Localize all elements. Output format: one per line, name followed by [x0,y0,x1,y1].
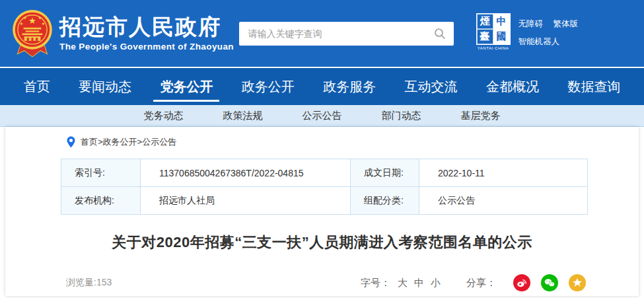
search-button[interactable] [426,22,454,46]
site-header: ★ ★ ★ ★ ★ 招远市人民政府 The People's Governmen… [0,0,644,68]
seal-char: 中 [493,14,510,29]
nav-item-city-overview[interactable]: 金都概况 [482,68,543,105]
breadcrumb-trail[interactable]: 首页>政务公开>公示公告 [81,136,176,148]
main-nav: 首页 要闻动态 党务公开 政务公开 政务服务 互动交流 金都概况 数据查询 [0,68,644,105]
meta-value-issuing-agency: 招远市人社局 [141,187,351,215]
yantai-china-seal: 煙 中 臺 國 [476,13,511,45]
breadcrumb: 首页>政务公开>公示公告 [66,136,639,148]
wechat-icon[interactable] [541,274,558,291]
article-meta-row: 浏览量:153 字号： 大 中 小 分享： [66,274,586,291]
search-box [239,22,454,46]
meta-value-category: 公示公告 [419,187,588,215]
meta-label-category: 组配分类: [351,187,419,215]
meta-label-index-number: 索引号: [61,159,141,187]
view-count: 浏览量:153 [66,277,112,289]
subnav-item-party-news[interactable]: 党务动态 [144,110,184,122]
font-size-medium[interactable]: 中 [414,277,424,289]
document-meta-table: 索引号: 11370685004267386T/2022-04815 成文日期:… [61,159,588,215]
site-subtitle: The People's Government of Zhaoyuan [59,42,234,52]
qzone-icon[interactable] [569,274,586,291]
subnav-item-department-news[interactable]: 部门动态 [382,110,421,122]
table-row: 索引号: 11370685004267386T/2022-04815 成文日期:… [61,159,588,187]
font-size-large[interactable]: 大 [398,277,408,289]
meta-value-issue-date: 2022-10-11 [419,159,588,187]
svg-text:★: ★ [38,15,42,20]
national-emblem-icon: ★ ★ ★ ★ ★ [12,9,53,58]
article-toolbar: 字号： 大 中 小 分享： [361,274,586,291]
seal-caption: YANTAI·CHINA [476,46,511,50]
weibo-icon[interactable] [513,274,530,291]
quick-links: 无障碍 繁体版 智能机器人 [519,13,578,54]
site-title: 招远市人民政府 [59,15,234,39]
traditional-version-link[interactable]: 繁体版 [554,19,579,28]
svg-text:★: ★ [23,15,27,20]
nav-item-interaction[interactable]: 互动交流 [401,68,462,105]
svg-text:★: ★ [20,20,24,25]
nav-item-party-affairs[interactable]: 党务公开 [156,68,217,105]
meta-label-issuing-agency: 发布机构: [61,187,141,215]
accessibility-link[interactable]: 无障碍 [519,19,544,28]
header-right: 煙 中 臺 國 YANTAI·CHINA 无障碍 繁体版 智能机器人 [476,13,578,54]
font-size-label: 字号： [361,277,390,289]
meta-value-index-number: 11370685004267386T/2022-04815 [141,159,351,187]
font-size-small[interactable]: 小 [431,277,441,289]
svg-text:★: ★ [42,20,46,25]
smart-robot-link[interactable]: 智能机器人 [519,37,560,46]
nav-item-gov-services[interactable]: 政务服务 [319,68,380,105]
brand-text: 招远市人民政府 The People's Government of Zhaoy… [59,15,234,52]
nav-item-data-query[interactable]: 数据查询 [563,68,624,105]
svg-text:★: ★ [28,15,36,25]
seal-char: 煙 [477,14,493,29]
subnav-item-policies[interactable]: 政策法规 [223,110,263,122]
sub-nav: 党务动态 政策法规 公示公告 部门动态 基层党务 [0,105,644,127]
share-label: 分享： [466,277,496,289]
page-title: 关于对2020年招募“三支一扶”人员期满进入考察范围名单的公示 [5,233,639,252]
nav-item-home[interactable]: 首页 [20,68,54,105]
site-logo-link[interactable]: ★ ★ ★ ★ ★ 招远市人民政府 The People's Governmen… [12,9,234,58]
seal-char: 國 [493,29,510,44]
search-input[interactable] [239,22,426,46]
search-icon [434,28,446,40]
yantai-china-logo: 煙 中 臺 國 YANTAI·CHINA [476,13,511,50]
nav-item-gov-affairs[interactable]: 政务公开 [238,68,299,105]
content-panel: 首页>政务公开>公示公告 索引号: 11370685004267386T/202… [5,127,639,296]
table-row: 发布机构: 招远市人社局 组配分类: 公示公告 [61,187,588,215]
nav-item-news[interactable]: 要闻动态 [75,68,135,105]
page: ★ ★ ★ ★ ★ 招远市人民政府 The People's Governmen… [0,0,644,296]
subnav-item-announcements[interactable]: 公示公告 [303,110,342,122]
subnav-item-grassroots-party[interactable]: 基层党务 [461,110,501,122]
location-pin-icon [66,136,76,148]
meta-label-issue-date: 成文日期: [351,159,419,187]
seal-char: 臺 [477,29,493,44]
